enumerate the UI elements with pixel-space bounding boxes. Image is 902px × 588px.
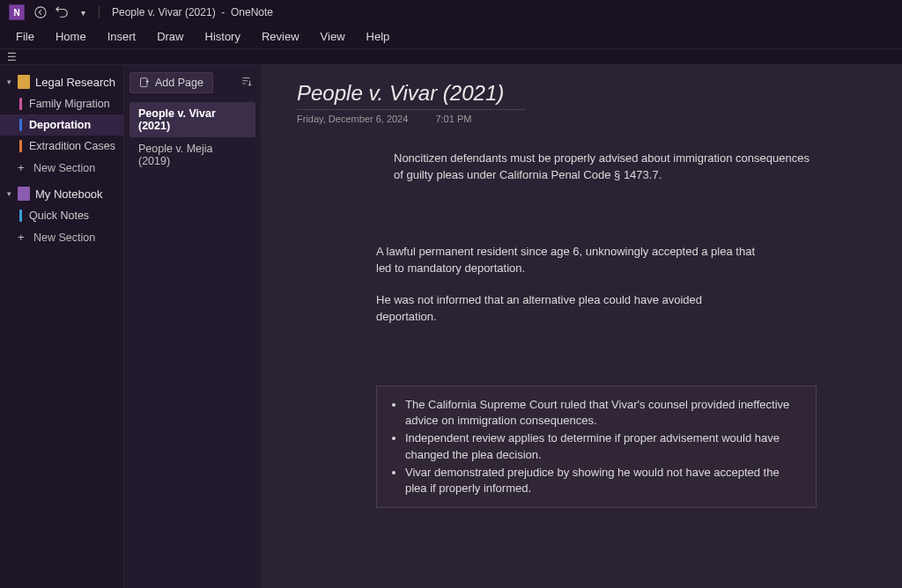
notebook-sidebar: ▾ Legal Research Family Migration Deport… — [0, 65, 124, 588]
note-paragraph[interactable]: A lawful permanent resident since age 6,… — [376, 244, 764, 277]
add-page-button[interactable]: Add Page — [129, 72, 213, 93]
section-label: Extradition Cases — [29, 140, 115, 152]
note-paragraph[interactable]: Noncitizen defendants must be properly a… — [394, 151, 817, 184]
window-title: People v. Vivar (2021) - OneNote — [112, 6, 273, 18]
menu-view[interactable]: View — [310, 26, 356, 47]
add-section-button[interactable]: + New Section — [0, 157, 123, 179]
menubar: File Home Insert Draw History Review Vie… — [0, 25, 902, 49]
notebook-header-legal-research[interactable]: ▾ Legal Research — [0, 70, 123, 93]
chevron-down-icon: ▾ — [7, 77, 16, 86]
add-section-button[interactable]: + New Section — [0, 226, 123, 248]
section-label: Family Migration — [29, 98, 110, 110]
note-box[interactable]: The California Supreme Court ruled that … — [376, 386, 817, 508]
notebook-name: Legal Research — [35, 76, 115, 89]
svg-rect-0 — [141, 78, 148, 87]
page-item-vivar[interactable]: People v. Vivar (2021) — [129, 102, 255, 137]
note-container[interactable]: The California Supreme Court ruled that … — [376, 386, 817, 508]
section-color-bar — [19, 209, 22, 222]
page-time: 7:01 PM — [435, 114, 471, 124]
sort-pages-button[interactable] — [237, 72, 255, 93]
menu-home[interactable]: Home — [45, 26, 97, 47]
add-page-icon — [139, 77, 150, 88]
list-item[interactable]: The California Supreme Court ruled that … — [405, 397, 803, 429]
notebook-header-my-notebook[interactable]: ▾ My Notebook — [0, 182, 123, 205]
notebook-name: My Notebook — [35, 187, 103, 201]
menu-insert[interactable]: Insert — [97, 26, 147, 47]
bullet-list[interactable]: The California Supreme Court ruled that … — [384, 397, 803, 496]
add-page-row: Add Page — [129, 72, 255, 93]
section-color-bar — [19, 98, 22, 110]
add-section-label: New Section — [33, 162, 95, 174]
add-section-label: New Section — [33, 232, 95, 244]
navigation-toggle-icon[interactable]: ☰ — [7, 51, 17, 63]
section-label: Quick Notes — [29, 209, 89, 222]
page-meta: Friday, December 6, 2024 7:01 PM — [297, 114, 876, 124]
list-item[interactable]: Vivar demonstrated prejudice by showing … — [405, 465, 803, 496]
back-button[interactable] — [30, 2, 51, 23]
notebook-icon — [18, 75, 30, 89]
menu-draw[interactable]: Draw — [146, 26, 194, 47]
ribbon-collapsed-bar: ☰ — [0, 49, 902, 65]
menu-file[interactable]: File — [5, 26, 45, 47]
titlebar-divider — [99, 6, 100, 18]
section-color-bar — [19, 140, 22, 152]
section-extradition-cases[interactable]: Extradition Cases — [0, 136, 123, 157]
section-color-bar — [19, 119, 22, 131]
menu-review[interactable]: Review — [251, 26, 310, 47]
section-label: Deportation — [29, 119, 91, 131]
menu-history[interactable]: History — [195, 26, 251, 47]
page-item-mejia[interactable]: People v. Mejia (2019) — [129, 137, 255, 173]
undo-button[interactable] — [51, 2, 72, 23]
section-deportation[interactable]: Deportation — [0, 114, 123, 136]
chevron-down-icon: ▾ — [7, 189, 16, 198]
main-area: ▾ Legal Research Family Migration Deport… — [0, 65, 902, 588]
section-quick-notes[interactable]: Quick Notes — [0, 205, 123, 226]
titlebar: N ▾ People v. Vivar (2021) - OneNote — [0, 0, 902, 25]
notebook-icon — [18, 187, 30, 201]
customize-qat-button[interactable]: ▾ — [72, 2, 93, 23]
note-paragraph[interactable]: He was not informed that an alternative … — [376, 292, 764, 326]
page-title[interactable]: People v. Vivar (2021) — [297, 81, 526, 110]
page-list-panel: Add Page People v. Vivar (2021) People v… — [124, 65, 262, 588]
sort-icon — [240, 76, 252, 87]
back-arrow-icon — [34, 6, 47, 18]
add-page-label: Add Page — [155, 77, 203, 89]
onenote-app-icon: N — [9, 4, 25, 20]
list-item[interactable]: Independent review applies to determine … — [405, 430, 803, 462]
undo-icon — [55, 6, 68, 18]
plus-icon: + — [18, 231, 28, 244]
section-family-migration[interactable]: Family Migration — [0, 93, 123, 114]
page-canvas[interactable]: People v. Vivar (2021) Friday, December … — [262, 65, 902, 588]
plus-icon: + — [18, 161, 28, 174]
page-date: Friday, December 6, 2024 — [297, 114, 408, 124]
menu-help[interactable]: Help — [356, 26, 401, 47]
